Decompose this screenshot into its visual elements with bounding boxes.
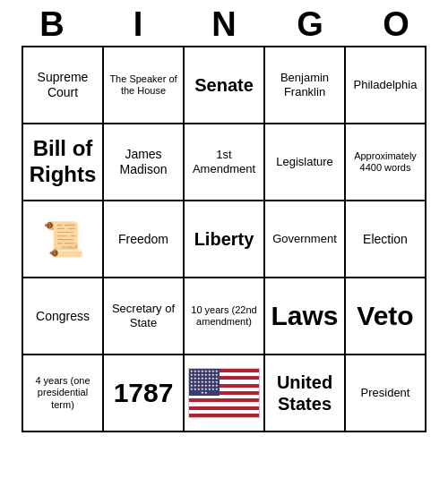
cell-r4c0: 4 years (one presidential term) <box>23 355 104 432</box>
cell-text-r1c1: James Madison <box>107 147 180 177</box>
cell-r3c0: Congress <box>23 278 104 355</box>
cell-text-r1c3: Legislature <box>268 155 341 169</box>
cell-text-r0c4: Philadelphia <box>349 78 422 92</box>
cell-r3c3: Laws <box>265 278 346 355</box>
cell-text-r3c4: Veto <box>349 300 422 332</box>
parchment-icon: 📜 <box>42 219 84 259</box>
bingo-header: B I N G O <box>9 0 439 46</box>
bingo-grid: Supreme CourtThe Speaker of the HouseSen… <box>22 46 426 432</box>
cell-text-r2c4: Election <box>349 232 422 247</box>
cell-r3c2: 10 years (22nd amendment) <box>185 278 265 355</box>
cell-text-r2c1: Freedom <box>107 232 180 247</box>
letter-o: O <box>357 5 435 44</box>
cell-r1c3: Legislature <box>265 124 346 201</box>
us-flag-icon: ★★★★★★★★★★★★★★★★★★★★★★★★★★★★★★★★★★★★★★★★… <box>188 368 260 418</box>
cell-r0c3: Benjamin Franklin <box>265 47 346 124</box>
letter-b: B <box>13 5 91 44</box>
cell-r2c2: Liberty <box>185 201 265 278</box>
cell-r4c3: United States <box>265 355 346 432</box>
cell-r0c0: Supreme Court <box>23 47 104 124</box>
cell-r2c4: Election <box>346 201 426 278</box>
cell-text-r1c2: 1st Amendment <box>187 148 261 175</box>
cell-r2c1: Freedom <box>104 201 185 278</box>
cell-text-r3c1: Secretary of State <box>107 302 180 329</box>
cell-text-r3c0: Congress <box>26 309 99 324</box>
cell-text-r4c4: President <box>349 386 422 400</box>
cell-r0c4: Philadelphia <box>346 47 426 124</box>
cell-text-r3c2: 10 years (22nd amendment) <box>187 304 261 328</box>
cell-text-r0c2: Senate <box>187 74 261 96</box>
cell-text-r0c0: Supreme Court <box>26 70 99 100</box>
cell-r4c1: 1787 <box>104 355 185 432</box>
cell-r2c3: Government <box>265 201 346 278</box>
cell-r1c4: Approximately 4400 words <box>346 124 426 201</box>
cell-r0c1: The Speaker of the House <box>104 47 185 124</box>
cell-text-r4c1: 1787 <box>107 377 180 409</box>
cell-r1c1: James Madison <box>104 124 185 201</box>
cell-text-r2c2: Liberty <box>187 228 261 250</box>
cell-text-r1c0: Bill of Rights <box>26 136 99 188</box>
cell-r1c0: Bill of Rights <box>23 124 104 201</box>
cell-text-r3c3: Laws <box>268 300 341 332</box>
cell-text-r4c3: United States <box>268 372 341 414</box>
letter-n: N <box>185 5 263 44</box>
cell-r4c2: ★★★★★★★★★★★★★★★★★★★★★★★★★★★★★★★★★★★★★★★★… <box>185 355 265 432</box>
cell-text-r4c0: 4 years (one presidential term) <box>26 375 99 411</box>
cell-r3c1: Secretary of State <box>104 278 185 355</box>
cell-text-r1c4: Approximately 4400 words <box>349 150 422 174</box>
letter-i: I <box>99 5 177 44</box>
letter-g: G <box>271 5 349 44</box>
cell-r4c4: President <box>346 355 426 432</box>
cell-r3c4: Veto <box>346 278 426 355</box>
cell-text-r0c1: The Speaker of the House <box>107 73 180 97</box>
cell-text-r2c3: Government <box>268 232 341 246</box>
cell-text-r0c3: Benjamin Franklin <box>268 71 341 98</box>
cell-r0c2: Senate <box>185 47 265 124</box>
cell-r1c2: 1st Amendment <box>185 124 265 201</box>
cell-r2c0: 📜 <box>23 201 104 278</box>
